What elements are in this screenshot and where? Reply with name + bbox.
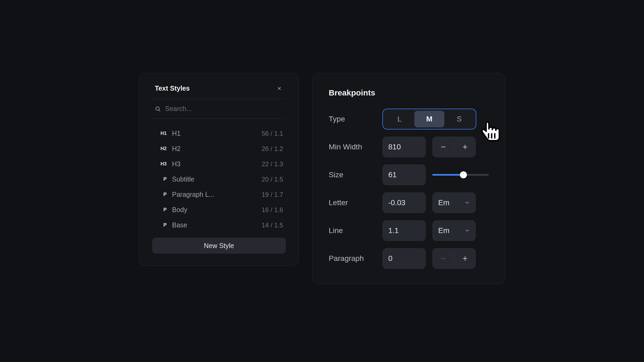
text-styles-title: Text Styles	[155, 84, 190, 92]
size-label: Size	[329, 171, 376, 179]
paragraph-decrement[interactable]	[432, 248, 454, 269]
style-tag: H2	[155, 146, 167, 152]
style-meta: 22 / 1.3	[262, 160, 283, 168]
minus-icon	[440, 255, 447, 262]
size-slider[interactable]	[432, 174, 489, 176]
letter-input[interactable]	[382, 192, 426, 213]
style-row-h3[interactable]: H3 H3 22 / 1.3	[152, 156, 286, 172]
paragraph-increment[interactable]	[454, 248, 476, 269]
line-input[interactable]	[382, 220, 426, 241]
chevron-down-icon	[464, 200, 470, 205]
paragraph-stepper	[432, 248, 476, 269]
type-row: Type L M S	[329, 109, 489, 130]
style-name: H1	[172, 130, 256, 137]
style-meta: 26 / 1.2	[262, 145, 283, 153]
style-tag: P	[155, 192, 167, 197]
style-row-body[interactable]: P Body 16 / 1.6	[152, 202, 286, 217]
style-tag: P	[155, 207, 167, 213]
letter-label: Letter	[329, 198, 376, 207]
text-styles-header: Text Styles	[152, 84, 286, 99]
paragraph-row: Paragraph	[329, 248, 489, 269]
slider-fill	[432, 174, 463, 176]
line-unit-select[interactable]: Em	[432, 220, 476, 241]
min-width-input[interactable]	[382, 136, 426, 157]
close-icon	[277, 86, 282, 91]
style-meta: 20 / 1.5	[262, 176, 283, 183]
line-row: Line Em	[329, 220, 489, 241]
paragraph-input[interactable]	[382, 248, 426, 269]
style-tag: P	[155, 176, 167, 182]
style-name: Subtitle	[172, 175, 256, 183]
text-styles-panel: Text Styles H1 H1 56 / 1.1 H2 H2 26 / 1.…	[139, 73, 299, 266]
breakpoints-title: Breakpoints	[329, 88, 489, 97]
letter-unit-value: Em	[438, 198, 449, 207]
paragraph-label: Paragraph	[329, 254, 376, 263]
style-meta: 56 / 1.1	[262, 130, 283, 137]
line-label: Line	[329, 226, 376, 235]
min-width-stepper	[432, 136, 476, 157]
style-tag: P	[155, 222, 167, 228]
style-meta: 19 / 1.7	[262, 191, 283, 198]
search-row	[152, 99, 286, 119]
style-meta: 14 / 1.5	[262, 221, 283, 229]
style-name: H2	[172, 145, 256, 153]
size-input[interactable]	[382, 164, 426, 185]
type-label: Type	[329, 115, 376, 123]
style-row-h2[interactable]: H2 H2 26 / 1.2	[152, 141, 286, 156]
type-option-m[interactable]: M	[414, 111, 444, 127]
type-option-s[interactable]: S	[444, 111, 474, 127]
style-row-h1[interactable]: H1 H1 56 / 1.1	[152, 126, 286, 141]
style-name: Body	[172, 206, 256, 214]
min-width-decrement[interactable]	[432, 136, 454, 157]
close-button[interactable]	[276, 85, 283, 92]
new-style-button[interactable]: New Style	[152, 238, 286, 254]
style-name: H3	[172, 160, 256, 168]
chevron-down-icon	[464, 228, 470, 233]
search-input[interactable]	[165, 105, 283, 113]
plus-icon	[462, 144, 468, 150]
style-list: H1 H1 56 / 1.1 H2 H2 26 / 1.2 H3 H3 22 /…	[152, 119, 286, 233]
line-unit-value: Em	[438, 226, 449, 235]
letter-row: Letter Em	[329, 192, 489, 213]
min-width-label: Min Width	[329, 143, 376, 151]
style-row-paragraph-l[interactable]: P Paragraph L... 19 / 1.7	[152, 187, 286, 202]
plus-icon	[462, 255, 468, 262]
letter-unit-select[interactable]: Em	[432, 192, 476, 213]
style-row-base[interactable]: P Base 14 / 1.5	[152, 217, 286, 233]
style-name: Base	[172, 221, 256, 229]
type-option-l[interactable]: L	[385, 111, 414, 127]
type-segmented-control[interactable]: L M S	[382, 109, 476, 130]
size-row: Size	[329, 164, 489, 185]
minus-icon	[440, 144, 447, 150]
min-width-row: Min Width	[329, 136, 489, 157]
style-tag: H1	[155, 131, 167, 136]
svg-point-0	[156, 107, 159, 110]
style-row-subtitle[interactable]: P Subtitle 20 / 1.5	[152, 172, 286, 187]
slider-thumb[interactable]	[460, 171, 467, 178]
style-name: Paragraph L...	[172, 191, 256, 198]
search-icon	[155, 106, 161, 112]
breakpoints-panel: Breakpoints Type L M S Min Width Size	[312, 73, 505, 284]
style-tag: H3	[155, 161, 167, 167]
style-meta: 16 / 1.6	[262, 206, 283, 214]
min-width-increment[interactable]	[454, 136, 476, 157]
